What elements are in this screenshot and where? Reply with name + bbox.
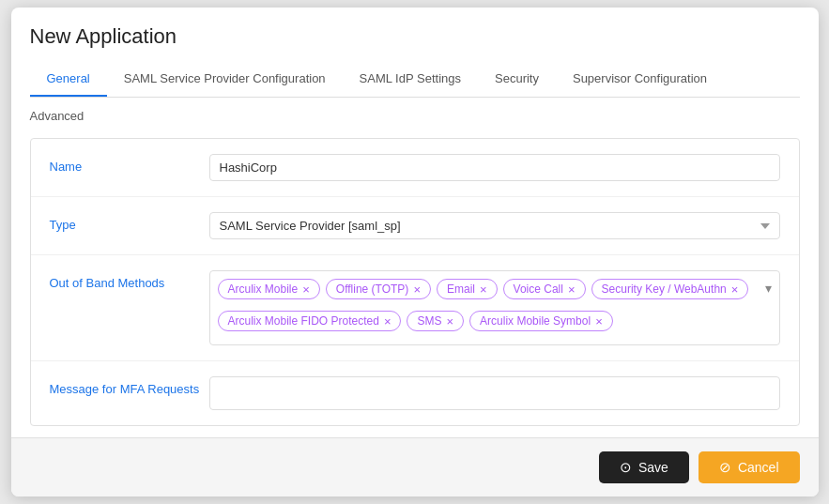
tab-supervisor[interactable]: Supervisor Configuration	[556, 62, 724, 97]
subtab-advanced[interactable]: Advanced	[30, 105, 84, 127]
tag-arculix-mobile-label: Arculix Mobile	[228, 283, 299, 296]
form-section: Name Type SAML Service Provider [saml_sp…	[30, 138, 800, 426]
message-input[interactable]	[209, 376, 780, 410]
tag-arculix-fido: Arculix Mobile FIDO Protected ×	[218, 311, 402, 331]
tag-security-key-label: Security Key / WebAuthn	[602, 283, 727, 296]
message-label: Message for MFA Requests	[50, 376, 209, 396]
tab-saml-sp[interactable]: SAML Service Provider Configuration	[107, 62, 343, 97]
tag-sms-label: SMS	[417, 314, 441, 328]
tag-voice-call-close[interactable]: ×	[568, 283, 576, 296]
save-button[interactable]: ⊙ Save	[599, 451, 689, 483]
tab-general[interactable]: General	[30, 62, 107, 97]
type-row: Type SAML Service Provider [saml_sp]	[31, 197, 799, 255]
cancel-icon: ⊘	[719, 459, 731, 476]
tabs-bar: General SAML Service Provider Configurat…	[30, 62, 800, 98]
tag-security-key-close[interactable]: ×	[731, 283, 739, 296]
tab-saml-idp[interactable]: SAML IdP Settings	[343, 62, 478, 97]
tag-arculix-fido-label: Arculix Mobile FIDO Protected	[228, 314, 379, 328]
tag-offline-totp-label: Offline (TOTP)	[336, 283, 409, 296]
message-field	[209, 376, 780, 410]
new-application-dialog: New Application General SAML Service Pro…	[11, 8, 819, 496]
save-label: Save	[638, 460, 668, 475]
dialog-body: Name Type SAML Service Provider [saml_sp…	[11, 127, 819, 437]
dialog-header: New Application General SAML Service Pro…	[11, 8, 819, 98]
name-label: Name	[50, 154, 209, 174]
name-row: Name	[31, 139, 799, 197]
tag-email-label: Email	[447, 283, 475, 296]
tag-email: Email ×	[437, 279, 498, 299]
tag-sms-close[interactable]: ×	[447, 315, 454, 328]
tag-arculix-symbol-close[interactable]: ×	[595, 315, 603, 328]
dialog-footer: ⊙ Save ⊘ Cancel	[11, 437, 819, 496]
name-field	[209, 154, 780, 181]
type-field: SAML Service Provider [saml_sp]	[209, 212, 780, 239]
tag-offline-totp: Offline (TOTP) ×	[326, 279, 431, 299]
tag-arculix-fido-close[interactable]: ×	[384, 315, 391, 328]
type-label: Type	[50, 212, 209, 232]
oob-label: Out of Band Methods	[50, 270, 209, 290]
tag-voice-call: Voice Call ×	[503, 279, 586, 299]
save-icon: ⊙	[620, 459, 632, 476]
tag-arculix-mobile-close[interactable]: ×	[302, 283, 310, 296]
tag-security-key: Security Key / WebAuthn ×	[591, 279, 749, 299]
tag-arculix-symbol-label: Arculix Mobile Symbol	[480, 314, 591, 328]
tag-sms: SMS ×	[407, 311, 464, 331]
oob-row: Out of Band Methods Arculix Mobile × Off…	[31, 255, 799, 361]
tag-offline-totp-close[interactable]: ×	[413, 283, 421, 296]
subtabs-bar: Advanced	[11, 98, 819, 127]
name-input[interactable]	[209, 154, 780, 181]
cancel-button[interactable]: ⊘ Cancel	[699, 451, 800, 483]
cancel-label: Cancel	[738, 460, 779, 475]
oob-field: Arculix Mobile × Offline (TOTP) × Email …	[209, 270, 780, 345]
tags-dropdown-arrow-icon[interactable]: ▾	[765, 281, 772, 296]
tags-container[interactable]: Arculix Mobile × Offline (TOTP) × Email …	[209, 270, 780, 345]
tag-voice-call-label: Voice Call	[514, 283, 563, 296]
tab-security[interactable]: Security	[478, 62, 556, 97]
message-row: Message for MFA Requests	[31, 361, 799, 425]
type-select[interactable]: SAML Service Provider [saml_sp]	[209, 212, 780, 239]
tag-arculix-symbol: Arculix Mobile Symbol ×	[469, 311, 613, 331]
tag-arculix-mobile: Arculix Mobile ×	[218, 279, 320, 299]
dialog-title: New Application	[30, 24, 800, 49]
tag-email-close[interactable]: ×	[480, 283, 487, 296]
